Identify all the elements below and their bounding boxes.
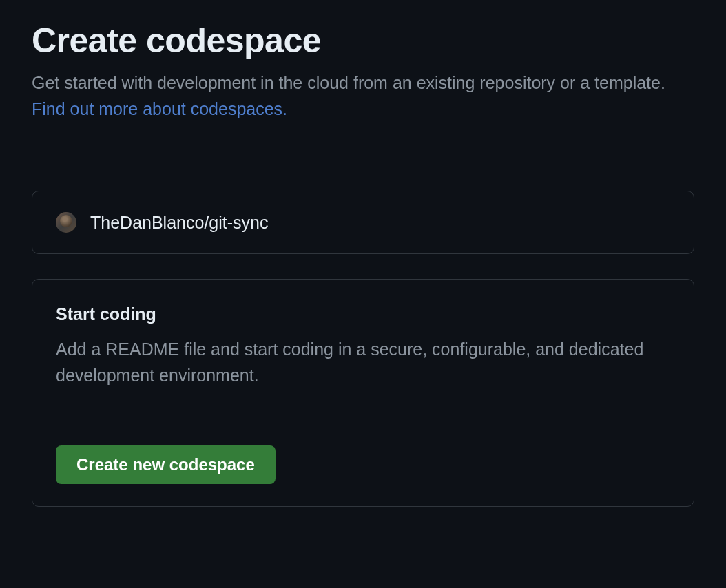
page-subtitle: Get started with development in the clou…	[32, 70, 694, 122]
subtitle-text: Get started with development in the clou…	[32, 73, 665, 92]
repository-selector[interactable]: TheDanBlanco/git-sync	[32, 191, 694, 254]
repository-name: TheDanBlanco/git-sync	[90, 213, 268, 233]
coding-description: Add a README file and start coding in a …	[56, 337, 670, 388]
coding-footer: Create new codespace	[32, 423, 694, 506]
avatar-icon	[56, 212, 76, 233]
start-coding-panel: Start coding Add a README file and start…	[32, 279, 694, 507]
page-title: Create codespace	[32, 21, 694, 61]
learn-more-link[interactable]: Find out more about codespaces.	[32, 99, 287, 118]
coding-content: Start coding Add a README file and start…	[32, 280, 694, 423]
coding-title: Start coding	[56, 304, 670, 324]
create-codespace-button[interactable]: Create new codespace	[56, 445, 276, 484]
